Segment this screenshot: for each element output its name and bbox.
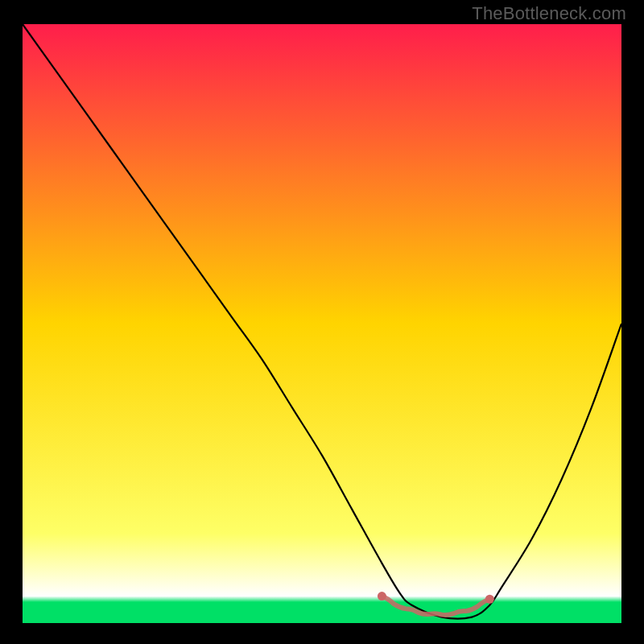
- marker-dot: [378, 592, 386, 601]
- watermark-text: TheBottleneck.com: [472, 3, 626, 24]
- gradient-background: [23, 24, 621, 623]
- plot-area: [23, 24, 621, 623]
- plot-svg: [23, 24, 621, 623]
- chart-frame: TheBottleneck.com: [0, 0, 644, 644]
- marker-dot: [485, 595, 494, 604]
